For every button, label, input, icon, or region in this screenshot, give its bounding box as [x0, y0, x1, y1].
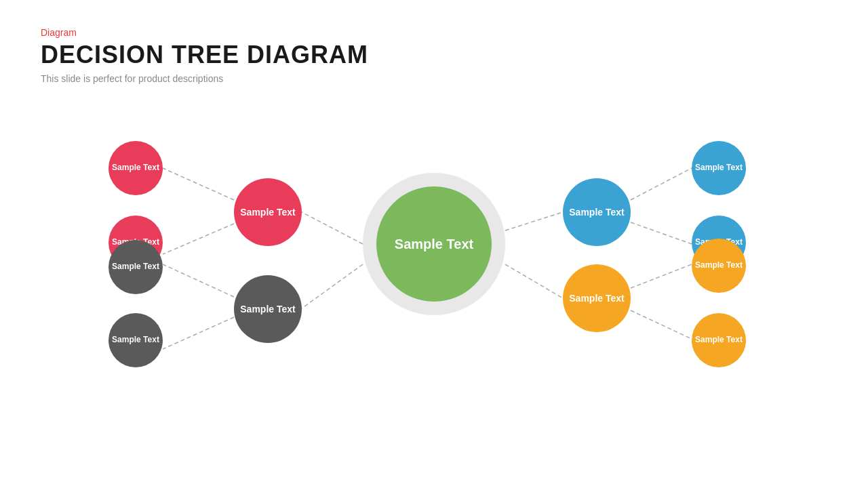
- svg-line-1: [163, 168, 234, 200]
- svg-line-2: [163, 224, 234, 254]
- page-subtitle: This slide is perfect for product descri…: [41, 73, 368, 84]
- red-tl-node: Sample Text: [108, 141, 163, 195]
- svg-line-7: [631, 168, 692, 200]
- svg-line-8: [631, 222, 692, 244]
- svg-line-5: [163, 317, 234, 349]
- orange-br1-node: Sample Text: [692, 239, 746, 293]
- orange-br2-node: Sample Text: [692, 313, 746, 367]
- svg-line-10: [631, 264, 692, 288]
- center-node: Sample Text: [376, 186, 492, 302]
- blue-tr1-node: Sample Text: [692, 141, 746, 195]
- svg-line-9: [505, 264, 563, 298]
- red-mid-node: Sample Text: [234, 178, 302, 246]
- svg-line-0: [302, 212, 363, 244]
- diagram-label: Diagram: [41, 27, 368, 38]
- center-node-outer: Sample Text: [363, 173, 505, 315]
- svg-line-3: [302, 264, 363, 308]
- gray-tl-node: Sample Text: [108, 240, 163, 294]
- svg-line-11: [631, 310, 692, 339]
- svg-line-6: [505, 212, 563, 230]
- gray-bl-node: Sample Text: [108, 313, 163, 367]
- blue-mid-node: Sample Text: [563, 178, 631, 246]
- orange-mid-node: Sample Text: [563, 264, 631, 332]
- page-title: DECISION TREE DIAGRAM: [41, 41, 368, 69]
- svg-line-4: [163, 264, 234, 297]
- header: Diagram DECISION TREE DIAGRAM This slide…: [41, 27, 368, 84]
- gray-mid-node: Sample Text: [234, 275, 302, 343]
